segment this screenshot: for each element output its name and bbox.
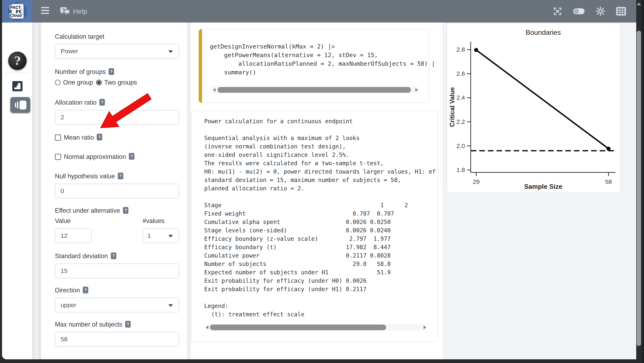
code-hscrollbar[interactable] — [212, 86, 420, 93]
effect-value-input[interactable]: 12 — [55, 228, 92, 243]
sidebar-divider — [5, 73, 29, 73]
logo-text-line2: Cloud — [10, 13, 22, 18]
boundaries-chart-card: BoundariesCritical ValueSample Size1.82.… — [446, 23, 621, 193]
help-badge[interactable]: ? — [111, 252, 116, 259]
radio-one-group[interactable] — [55, 80, 61, 85]
svg-text:2.4: 2.4 — [456, 94, 465, 101]
page-vscrollbar-thumb[interactable] — [637, 31, 641, 346]
allocation-ratio-label: Allocation ratio? — [55, 98, 179, 107]
window-right-edge — [642, 0, 644, 363]
radio-two-groups[interactable] — [96, 80, 102, 85]
output-hscrollbar[interactable] — [204, 324, 428, 331]
r-code-card: getDesignInverseNormal(kMax = 2) |> getP… — [199, 29, 429, 103]
chevron-down-icon — [168, 235, 173, 238]
effect-value-label: Value — [55, 217, 71, 225]
help-badge[interactable]: ? — [99, 99, 105, 106]
sidebar-scroll-strip[interactable] — [32, 22, 41, 359]
pact-cloud-logo-icon: R PACT Cloud — [8, 2, 27, 21]
effect-nvalues-select[interactable]: 1 — [142, 228, 179, 243]
number-of-groups-radios: One group Two groups — [55, 79, 179, 86]
boundaries-chart: BoundariesCritical ValueSample Size1.82.… — [447, 23, 621, 193]
code-accent-bar — [199, 29, 202, 103]
max-number-of-subjects-input[interactable]: 58 — [55, 332, 179, 347]
side-panel-icon — [15, 100, 26, 109]
menu-icon[interactable] — [41, 7, 49, 15]
top-bar: R PACT Cloud ? Help — [2, 0, 636, 22]
summary-output-text[interactable]: Power calculation for a continuous endpo… — [204, 117, 436, 320]
brightness-icon[interactable] — [596, 6, 605, 16]
svg-text:Boundaries: Boundaries — [526, 28, 561, 36]
svg-text:1.8: 1.8 — [456, 166, 465, 173]
svg-text:29: 29 — [473, 178, 480, 185]
help-badge[interactable]: ? — [83, 287, 88, 293]
help-badge[interactable]: ? — [123, 207, 128, 214]
direction-select[interactable]: upper — [55, 298, 179, 313]
page-vscrollbar[interactable] — [636, 0, 642, 359]
sidebar-item-panel[interactable] — [10, 97, 30, 113]
help-badge[interactable]: ? — [108, 68, 114, 75]
sidebar-item-steps[interactable] — [12, 81, 22, 91]
logo-text-line1: PACT — [10, 5, 21, 10]
scroll-left-icon[interactable] — [213, 88, 216, 92]
standard-deviation-input[interactable]: 15 — [55, 264, 179, 278]
svg-text:58: 58 — [605, 178, 612, 185]
svg-text:Critical Value: Critical Value — [448, 87, 456, 127]
chevron-down-icon — [168, 50, 173, 53]
radio-one-group-label: One group — [63, 79, 93, 86]
app-logo[interactable]: R PACT Cloud — [2, 0, 32, 22]
calculation-target-label: Calculation target — [55, 32, 179, 41]
code-hscrollbar-thumb[interactable] — [218, 87, 411, 93]
help-label: Help — [73, 7, 87, 15]
dark-mode-toggle[interactable] — [573, 8, 584, 14]
help-button[interactable]: ? Help — [60, 5, 87, 17]
chat-question-icon: ? — [60, 6, 70, 16]
svg-text:2.2: 2.2 — [456, 118, 465, 125]
summary-output-card: Power calculation for a continuous endpo… — [191, 111, 438, 342]
svg-text:2.6: 2.6 — [456, 70, 465, 77]
mean-ratio-label: Mean ratio — [64, 134, 94, 141]
direction-label: Direction? — [55, 286, 179, 295]
svg-text:Sample Size: Sample Size — [524, 183, 562, 190]
normal-approximation-checkbox[interactable] — [55, 154, 61, 160]
r-code[interactable]: getDesignInverseNormal(kMax = 2) |> getP… — [210, 42, 435, 76]
help-badge[interactable]: ? — [125, 321, 131, 328]
scroll-right-icon[interactable] — [416, 88, 418, 92]
effect-nvalues-label: #values — [142, 217, 179, 225]
grid-icon[interactable] — [616, 7, 626, 15]
scroll-up-icon[interactable] — [637, 2, 641, 5]
null-hypothesis-value-label: Null hypothesis value? — [55, 172, 179, 181]
help-badge[interactable]: ? — [97, 134, 102, 140]
design-parameters-form: Calculation target Power Number of group… — [41, 22, 187, 359]
max-number-of-subjects-label: Max number of subjects? — [55, 320, 179, 329]
app-window: R PACT Cloud ? Help — [2, 0, 636, 359]
svg-text:2.0: 2.0 — [456, 142, 465, 149]
scroll-right-icon[interactable] — [424, 326, 426, 329]
standard-deviation-label: Standard deviation? — [55, 252, 179, 260]
null-hypothesis-value-input[interactable]: 0 — [55, 184, 179, 198]
steps-icon — [12, 81, 22, 91]
radio-two-groups-label: Two groups — [104, 79, 137, 86]
number-of-groups-label: Number of groups? — [55, 67, 179, 76]
chevron-down-icon — [168, 304, 173, 307]
scroll-left-icon[interactable] — [206, 326, 208, 329]
normal-approximation-row: Normal approximation ? — [55, 153, 179, 160]
calculation-target-select[interactable]: Power — [55, 44, 179, 58]
output-hscrollbar-thumb[interactable] — [210, 325, 386, 330]
effect-under-alternative-label: Effect under alternative? — [55, 206, 179, 215]
left-sidebar: ? — [2, 22, 32, 359]
mean-ratio-checkbox[interactable] — [55, 134, 61, 141]
help-avatar[interactable]: ? — [8, 52, 27, 70]
svg-text:2.8: 2.8 — [456, 46, 465, 53]
fullscreen-icon[interactable] — [553, 7, 562, 16]
form-scrollbar[interactable] — [187, 22, 191, 359]
allocation-ratio-input[interactable]: 2 — [55, 110, 179, 125]
mean-ratio-row: Mean ratio ? — [55, 134, 179, 141]
normal-approximation-label: Normal approximation — [64, 153, 126, 160]
help-badge[interactable]: ? — [129, 153, 134, 160]
help-badge[interactable]: ? — [118, 173, 123, 179]
